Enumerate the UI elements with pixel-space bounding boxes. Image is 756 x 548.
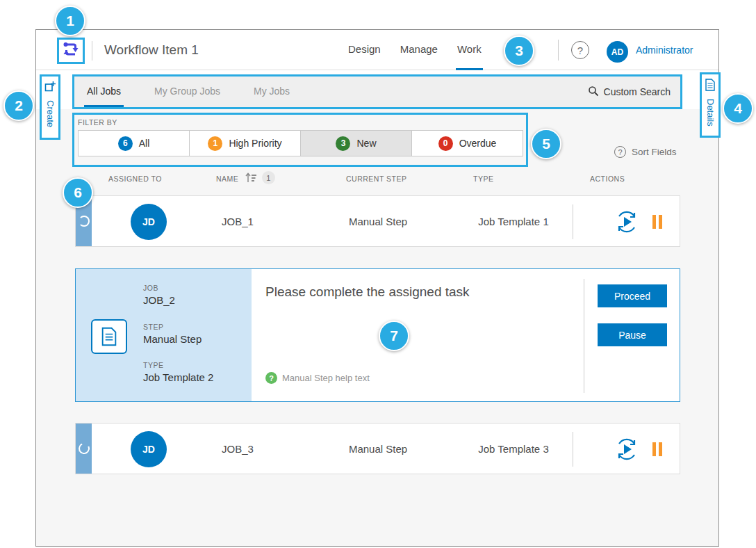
step-help: ? Manual Step help text — [265, 372, 370, 384]
count-badge-overdue: 0 — [438, 136, 453, 151]
pause-job-button[interactable] — [652, 215, 664, 229]
filter-overdue-label: Overdue — [459, 138, 497, 149]
callout-5: 5 — [531, 129, 561, 159]
step-value: Manual Step — [143, 333, 202, 345]
filter-new-label: New — [356, 138, 376, 149]
tab-my-group-jobs[interactable]: My Group Jobs — [151, 76, 223, 107]
nav-tab-design[interactable]: Design — [347, 30, 382, 70]
job-name: JOB_1 — [222, 196, 254, 246]
help-green-icon: ? — [265, 372, 277, 384]
col-current-step[interactable]: CURRENT STEP — [346, 175, 406, 183]
col-type[interactable]: TYPE — [473, 175, 493, 183]
create-side-tab-label: Create — [45, 100, 56, 127]
filter-segmented-control: 6 All 1 High Priority 3 New 0 Overdue — [78, 130, 523, 156]
job-tabs-bar: All Jobs My Group Jobs My Jobs Custom Se… — [72, 74, 682, 109]
col-assigned-to[interactable]: ASSIGNED TO — [108, 175, 162, 183]
job-current-step: Manual Step — [349, 196, 407, 246]
callout-4: 4 — [723, 93, 753, 124]
filter-by-label: FILTER BY — [78, 118, 523, 127]
count-badge-high-priority: 1 — [208, 136, 222, 151]
create-side-tab[interactable]: Create — [40, 74, 60, 140]
callout-7: 7 — [379, 321, 409, 351]
job-label: JOB — [143, 284, 175, 292]
run-step-button[interactable] — [614, 437, 639, 462]
type-value: Job Template 2 — [143, 371, 213, 383]
col-name[interactable]: NAME — [216, 175, 238, 183]
job-current-step: Manual Step — [349, 424, 407, 474]
actions-divider — [573, 432, 573, 467]
in-progress-icon — [79, 216, 90, 227]
sort-fields-help-icon: ? — [614, 146, 626, 158]
filter-overdue[interactable]: 0 Overdue — [412, 131, 523, 156]
filter-new[interactable]: 3 New — [301, 131, 412, 156]
actions-divider — [573, 204, 573, 239]
task-message: Please complete the assigned task — [265, 284, 470, 300]
count-badge-new: 3 — [336, 136, 350, 151]
app-header: Workflow Item 1 Design Manage Work ? AD … — [36, 30, 718, 70]
job-type: Job Template 3 — [478, 424, 548, 474]
panel-divider — [584, 279, 584, 393]
tab-all-jobs[interactable]: All Jobs — [84, 76, 124, 107]
manual-step-icon — [91, 319, 127, 354]
job-summary-pane: JOB JOB_2 STEP Manual Step TYPE Job Temp… — [76, 269, 252, 401]
header-divider — [92, 41, 92, 61]
workflow-logo[interactable] — [57, 38, 85, 64]
callout-1: 1 — [55, 6, 85, 36]
workflow-loop-icon — [62, 40, 80, 61]
col-actions: ACTIONS — [590, 175, 625, 183]
run-step-button[interactable] — [614, 209, 639, 234]
user-name[interactable]: Administrator — [636, 30, 693, 70]
expanded-job-panel: JOB JOB_2 STEP Manual Step TYPE Job Temp… — [75, 268, 680, 402]
help-icon[interactable]: ? — [571, 41, 589, 59]
assignee-avatar: JD — [131, 204, 167, 240]
sort-ascending-icon[interactable] — [245, 172, 257, 184]
custom-search-button[interactable]: Custom Search — [588, 76, 671, 107]
main-nav: Design Manage Work — [347, 30, 483, 70]
callout-2: 2 — [3, 90, 34, 121]
details-side-tab-label: Details — [705, 99, 716, 127]
type-label: TYPE — [143, 361, 213, 369]
job-table-header: ASSIGNED TO NAME 1 CURRENT STEP TYPE ACT… — [36, 175, 718, 188]
step-label: STEP — [143, 323, 202, 331]
tab-my-jobs[interactable]: My Jobs — [251, 76, 293, 107]
job-status-strip — [76, 424, 92, 474]
callout-6: 6 — [63, 177, 93, 208]
details-side-tab[interactable]: Details — [700, 72, 721, 138]
job-name: JOB_3 — [222, 424, 254, 474]
app-window: Workflow Item 1 Design Manage Work ? AD … — [35, 29, 719, 547]
callout-3: 3 — [504, 35, 534, 66]
sort-fields-label: Sort Fields — [632, 147, 677, 157]
filter-all-label: All — [139, 138, 150, 149]
job-row-3[interactable]: JD JOB_3 Manual Step Job Template 3 — [75, 423, 680, 474]
pause-job-button[interactable] — [652, 442, 664, 456]
search-icon — [588, 86, 599, 99]
job-row-1[interactable]: JD JOB_1 Manual Step Job Template 1 — [75, 195, 680, 247]
details-doc-icon — [705, 79, 716, 94]
proceed-button[interactable]: Proceed — [598, 284, 667, 307]
filter-high-priority-label: High Priority — [229, 138, 281, 149]
filter-high-priority[interactable]: 1 High Priority — [190, 131, 301, 156]
in-progress-icon — [76, 442, 91, 456]
page-title: Workflow Item 1 — [104, 30, 199, 70]
count-badge-all: 6 — [118, 136, 133, 151]
nav-tab-manage[interactable]: Manage — [399, 30, 439, 70]
sort-order-badge: 1 — [262, 171, 275, 184]
job-value: JOB_2 — [143, 294, 175, 306]
step-help-text: Manual Step help text — [282, 373, 370, 383]
pause-button[interactable]: Pause — [598, 323, 667, 346]
filter-all[interactable]: 6 All — [79, 131, 190, 156]
assignee-avatar: JD — [131, 431, 167, 467]
nav-tab-work[interactable]: Work — [456, 30, 483, 70]
job-type: Job Template 1 — [478, 196, 548, 246]
user-avatar[interactable]: AD — [607, 41, 628, 63]
header-divider — [558, 40, 559, 61]
filter-section: FILTER BY 6 All 1 High Priority 3 New 0 … — [72, 113, 528, 167]
sort-fields-button[interactable]: ? Sort Fields — [614, 146, 677, 158]
create-icon — [44, 81, 56, 95]
custom-search-label: Custom Search — [604, 86, 671, 97]
